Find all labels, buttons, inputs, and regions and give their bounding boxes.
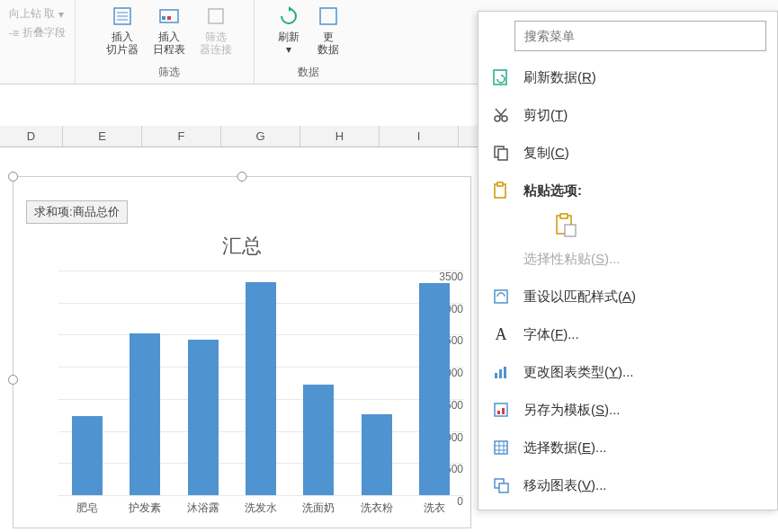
col-header[interactable]: I: [380, 126, 459, 146]
x-tick-label: 肥皂: [58, 495, 116, 516]
chart-bar[interactable]: [303, 385, 334, 495]
svg-rect-28: [502, 408, 505, 414]
menu-reset-style[interactable]: 重设以匹配样式(A): [478, 278, 777, 315]
svg-rect-20: [560, 214, 568, 218]
change-label: 更 数据: [317, 31, 339, 57]
selection-handle[interactable]: [8, 172, 18, 182]
chart-object[interactable]: 求和项:商品总价 汇总 0500100015002000250030003500…: [13, 176, 471, 528]
ribbon-group-filter: 插入 切片器 插入 日程表 筛选 器连接 筛选: [76, 0, 255, 84]
svg-rect-7: [209, 9, 223, 23]
copy-icon: [491, 143, 511, 163]
insert-timeline-button[interactable]: 插入 日程表: [149, 2, 189, 58]
svg-rect-24: [499, 369, 502, 378]
save-template-icon: [491, 400, 511, 420]
font-icon: A: [491, 324, 511, 344]
menu-label: 刷新数据(R): [523, 69, 596, 86]
menu-label: 选择性粘贴(S)...: [523, 251, 621, 268]
menu-font[interactable]: A 字体(F)...: [478, 315, 777, 353]
svg-rect-22: [495, 290, 507, 303]
paste-option-row: [478, 209, 777, 240]
reset-style-icon: [491, 287, 511, 306]
blank-icon: [491, 249, 511, 269]
filter-connection-icon: [203, 4, 228, 29]
collapse-label: 折叠字段: [22, 25, 66, 40]
x-tick-label: 洗面奶: [290, 495, 347, 516]
x-tick-label: 洗衣: [406, 495, 463, 516]
refresh-label: 刷新▾: [278, 31, 300, 57]
menu-label: 复制(C): [523, 145, 569, 162]
menu-label: 剪切(T): [523, 107, 568, 124]
menu-label: 重设以匹配样式(A): [523, 288, 636, 306]
svg-rect-21: [565, 225, 576, 236]
x-tick-label: 沐浴露: [174, 495, 232, 516]
chart-bar[interactable]: [72, 416, 103, 495]
chart-bar[interactable]: [188, 340, 219, 495]
cut-icon: [491, 105, 511, 125]
timeline-label: 插入 日程表: [153, 31, 185, 57]
menu-label: 更改图表类型(Y)...: [523, 364, 634, 381]
collapse-field-button: -≡ 折叠字段: [7, 24, 67, 41]
x-tick-label: 护发素: [116, 495, 174, 516]
svg-rect-23: [495, 373, 497, 378]
chart-bar[interactable]: [130, 333, 160, 495]
slicer-icon: [110, 4, 135, 29]
col-header[interactable]: D: [0, 126, 63, 146]
menu-save-template[interactable]: 另存为模板(S)...: [478, 391, 777, 429]
ribbon-group-data-title: 数据: [298, 63, 319, 84]
menu-search-input[interactable]: [514, 21, 766, 51]
timeline-icon: [156, 4, 182, 29]
menu-move-chart[interactable]: 移动图表(V)...: [478, 466, 777, 504]
menu-select-data[interactable]: 选择数据(E)...: [478, 429, 777, 466]
menu-change-chart-type[interactable]: 更改图表类型(Y)...: [478, 353, 777, 391]
svg-rect-6: [167, 16, 171, 20]
svg-rect-16: [498, 149, 507, 160]
chart-x-axis: 肥皂护发素沐浴露洗发水洗面奶洗衣粉洗衣: [58, 495, 463, 516]
menu-cut[interactable]: 剪切(T): [478, 96, 777, 134]
chart-plot-area[interactable]: 0500100015002000250030003500: [58, 270, 463, 495]
svg-rect-9: [320, 8, 336, 24]
svg-rect-26: [495, 403, 507, 416]
chart-series-label[interactable]: 求和项:商品总价: [26, 200, 128, 224]
refresh-button[interactable]: 刷新▾: [273, 2, 305, 58]
insert-slicer-button[interactable]: 插入 切片器: [103, 2, 142, 58]
svg-rect-18: [497, 182, 503, 186]
menu-label: 选择数据(E)...: [523, 439, 607, 457]
col-header[interactable]: H: [300, 126, 380, 146]
svg-marker-8: [289, 6, 292, 12]
col-header[interactable]: G: [221, 126, 300, 146]
refresh-data-icon: [491, 67, 511, 87]
change-datasource-button[interactable]: 更 数据: [312, 2, 344, 58]
menu-label: 字体(F)...: [523, 326, 579, 343]
menu-label: 另存为模板(S)...: [523, 402, 621, 419]
collapse-icon: -≡: [9, 27, 19, 40]
col-header[interactable]: E: [63, 126, 142, 146]
menu-copy[interactable]: 复制(C): [478, 134, 777, 172]
drill-up-label: 向上钻 取: [9, 6, 55, 22]
chart-bar[interactable]: [246, 282, 276, 495]
menu-paste-special: 选择性粘贴(S)...: [478, 240, 777, 278]
paste-icon: [491, 181, 511, 200]
chart-type-icon: [491, 362, 511, 382]
col-header[interactable]: F: [142, 126, 221, 146]
selection-handle[interactable]: [237, 172, 247, 182]
dropdown-icon: ▾: [58, 8, 64, 21]
svg-rect-29: [495, 441, 507, 454]
svg-rect-5: [162, 16, 165, 20]
refresh-icon: [276, 4, 301, 29]
slicer-label: 插入 切片器: [106, 31, 139, 57]
chart-title[interactable]: 汇总: [13, 233, 470, 260]
selection-handle[interactable]: [8, 375, 18, 385]
chart-bar[interactable]: [362, 414, 392, 495]
paste-default-icon[interactable]: [550, 215, 581, 235]
chart-bar[interactable]: [419, 283, 450, 495]
svg-rect-35: [499, 483, 508, 492]
menu-search-wrap: [514, 21, 766, 51]
select-data-icon: [491, 438, 511, 457]
move-chart-icon: [491, 475, 511, 495]
drill-up-button: 向上钻 取 ▾: [7, 5, 66, 22]
ribbon-group-drill: 向上钻 取 ▾ -≡ 折叠字段: [0, 0, 76, 84]
menu-refresh-data[interactable]: 刷新数据(R): [478, 58, 777, 96]
menu-label: 移动图表(V)...: [523, 477, 607, 494]
menu-label: 粘贴选项:: [523, 182, 582, 200]
x-tick-label: 洗衣粉: [347, 495, 405, 516]
